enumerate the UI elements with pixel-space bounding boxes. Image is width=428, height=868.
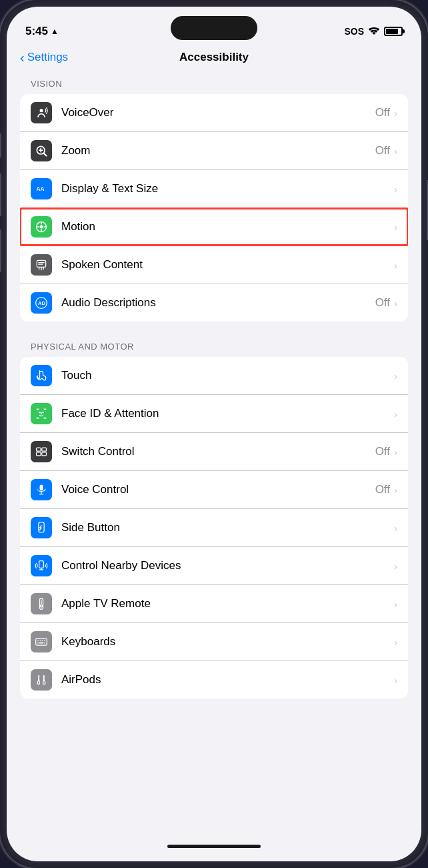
side-button-icon bbox=[31, 517, 52, 538]
keyboards-icon bbox=[31, 631, 52, 653]
dynamic-island bbox=[171, 16, 257, 40]
touch-label: Touch bbox=[61, 369, 390, 382]
svg-rect-25 bbox=[37, 448, 41, 451]
volume-up-button[interactable] bbox=[0, 173, 1, 216]
voiceover-row[interactable]: VoiceOver Off › bbox=[20, 94, 408, 132]
svg-rect-27 bbox=[37, 452, 41, 456]
keyboards-row[interactable]: Keyboards › bbox=[20, 623, 408, 661]
zoom-chevron-icon: › bbox=[394, 146, 397, 156]
spoken-label: Spoken Content bbox=[61, 258, 390, 272]
back-label: Settings bbox=[27, 51, 68, 64]
switch-control-row[interactable]: Switch Control Off › bbox=[20, 433, 408, 471]
svg-point-7 bbox=[40, 226, 43, 229]
airpods-label: AirPods bbox=[61, 673, 390, 687]
svg-rect-19 bbox=[43, 409, 46, 410]
faceid-row[interactable]: Face ID & Attention › bbox=[20, 395, 408, 433]
svg-text:AA: AA bbox=[37, 185, 45, 192]
side-button-chevron-icon: › bbox=[394, 523, 397, 533]
svg-rect-28 bbox=[42, 452, 47, 456]
physical-motor-header: PHYSICAL AND MOTOR bbox=[7, 342, 421, 357]
voiceover-label: VoiceOver bbox=[61, 106, 375, 119]
motion-icon bbox=[31, 216, 52, 238]
switch-control-icon bbox=[31, 441, 52, 462]
audio-desc-chevron-icon: › bbox=[394, 298, 397, 308]
voiceover-chevron-icon: › bbox=[394, 108, 397, 118]
switch-control-label: Switch Control bbox=[61, 445, 375, 458]
audio-desc-row[interactable]: AD Audio Descriptions Off › bbox=[20, 284, 408, 322]
motion-row[interactable]: Motion › bbox=[20, 208, 408, 246]
switch-control-chevron-icon: › bbox=[394, 447, 397, 457]
svg-rect-12 bbox=[37, 260, 45, 267]
svg-point-22 bbox=[39, 412, 41, 414]
svg-point-42 bbox=[40, 605, 42, 607]
svg-rect-43 bbox=[36, 638, 47, 645]
control-nearby-icon bbox=[31, 555, 52, 576]
motion-chevron-icon: › bbox=[394, 222, 397, 232]
touch-row[interactable]: Touch › bbox=[20, 357, 408, 395]
time-display: 5:45 bbox=[25, 25, 48, 38]
phone-screen: 5:45 ▲ SOS bbox=[7, 7, 421, 861]
nav-bar: ‹ Settings Accessibility bbox=[7, 45, 421, 72]
wifi-icon bbox=[368, 26, 380, 37]
vision-section: VISION VoiceOver Off › bbox=[7, 79, 421, 322]
battery-fill bbox=[386, 29, 398, 34]
zoom-icon bbox=[31, 140, 52, 161]
sos-indicator: SOS bbox=[344, 26, 364, 37]
faceid-label: Face ID & Attention bbox=[61, 407, 390, 420]
svg-rect-20 bbox=[37, 418, 39, 419]
physical-motor-section: PHYSICAL AND MOTOR Touch › bbox=[7, 342, 421, 699]
svg-rect-29 bbox=[40, 485, 43, 490]
tv-remote-chevron-icon: › bbox=[394, 599, 397, 609]
keyboards-chevron-icon: › bbox=[394, 637, 397, 647]
display-chevron-icon: › bbox=[394, 184, 397, 194]
touch-icon bbox=[31, 365, 52, 386]
zoom-value: Off bbox=[375, 144, 390, 157]
faceid-chevron-icon: › bbox=[394, 409, 397, 419]
control-nearby-chevron-icon: › bbox=[394, 561, 397, 571]
spoken-content-row[interactable]: Spoken Content › bbox=[20, 246, 408, 284]
svg-rect-35 bbox=[39, 522, 44, 532]
voice-control-row[interactable]: Voice Control Off › bbox=[20, 471, 408, 509]
svg-rect-18 bbox=[37, 409, 39, 410]
page-title: Accessibility bbox=[179, 51, 249, 64]
airpods-icon bbox=[31, 669, 52, 691]
audio-desc-label: Audio Descriptions bbox=[61, 296, 375, 310]
voice-control-icon bbox=[31, 479, 52, 500]
status-right: SOS bbox=[344, 26, 403, 37]
display-icon: AA bbox=[31, 178, 52, 199]
switch-control-value: Off bbox=[375, 445, 390, 458]
content-area: VISION VoiceOver Off › bbox=[7, 72, 421, 732]
physical-motor-group: Touch › bbox=[20, 357, 408, 699]
side-button-row[interactable]: Side Button › bbox=[20, 509, 408, 547]
apple-tv-remote-row[interactable]: Apple TV Remote › bbox=[20, 585, 408, 623]
control-nearby-row[interactable]: Control Nearby Devices › bbox=[20, 547, 408, 585]
tv-remote-label: Apple TV Remote bbox=[61, 597, 390, 610]
airpods-chevron-icon: › bbox=[394, 675, 397, 685]
svg-point-23 bbox=[42, 412, 44, 414]
svg-line-2 bbox=[44, 153, 47, 156]
vision-group: VoiceOver Off › bbox=[20, 94, 408, 322]
home-indicator bbox=[167, 845, 261, 848]
location-icon: ▲ bbox=[51, 27, 59, 36]
motion-label: Motion bbox=[61, 220, 390, 234]
phone-frame: 5:45 ▲ SOS bbox=[0, 0, 428, 868]
mute-button[interactable] bbox=[0, 133, 1, 157]
display-text-row[interactable]: AA Display & Text Size › bbox=[20, 170, 408, 208]
side-button-label: Side Button bbox=[61, 521, 390, 534]
status-time: 5:45 ▲ bbox=[25, 25, 59, 38]
svg-text:AD: AD bbox=[38, 300, 45, 306]
back-chevron-icon: ‹ bbox=[20, 51, 25, 64]
svg-point-0 bbox=[40, 109, 43, 112]
zoom-row[interactable]: Zoom Off › bbox=[20, 132, 408, 170]
volume-down-button[interactable] bbox=[0, 230, 1, 272]
zoom-label: Zoom bbox=[61, 144, 375, 157]
touch-chevron-icon: › bbox=[394, 371, 397, 381]
airpods-row[interactable]: AirPods › bbox=[20, 661, 408, 699]
control-nearby-label: Control Nearby Devices bbox=[61, 559, 390, 572]
svg-rect-36 bbox=[39, 561, 44, 568]
voice-control-label: Voice Control bbox=[61, 483, 375, 496]
back-button[interactable]: ‹ Settings bbox=[20, 51, 68, 64]
display-label: Display & Text Size bbox=[61, 182, 390, 195]
voice-control-chevron-icon: › bbox=[394, 485, 397, 495]
spoken-chevron-icon: › bbox=[394, 260, 397, 270]
